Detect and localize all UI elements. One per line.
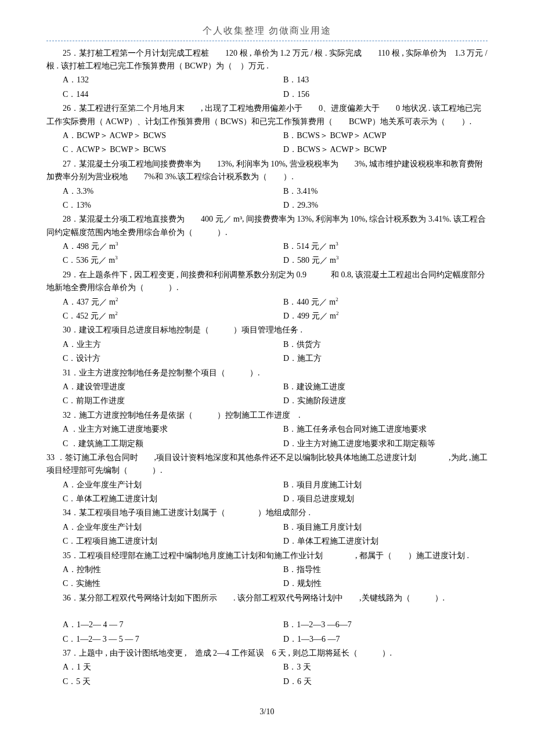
q28-text: 28．某混凝土分项工程地直接费为 400 元／ m³, 间接费费率为 13%, … <box>46 213 488 239</box>
q34-text: 34．某工程项目地子项目施工进度计划属于（ ）地组成部分 . <box>46 507 488 519</box>
q27-text: 27．某混凝土分项工程地间接费费率为 13%, 利润率为 10%, 营业税税率为… <box>46 158 488 184</box>
q32-d: D．业主方对施工进度地要求和工期定额等 <box>267 437 488 450</box>
q30-text: 30．建设工程项目总进度目标地控制是（ ）项目管理地任务 . <box>46 324 488 337</box>
q36-opts-row1: A．1—2— 4 — 7 B．1—2—3 —6—7 <box>46 618 488 631</box>
q34-a: A．企业年度生产计划 <box>46 521 267 534</box>
q32-opts-row1: A ．业主方对施工进度地要求 B．施工任务承包合同对施工进度地要求 <box>46 423 488 436</box>
q33-d: D．项目总进度规划 <box>267 493 488 505</box>
q30-d: D．施工方 <box>267 352 488 365</box>
q37-opts-row1: A．1 天 B．3 天 <box>46 661 488 674</box>
q32-a: A ．业主方对施工进度地要求 <box>46 423 267 436</box>
q25-d: D．156 <box>267 88 488 101</box>
q30-opts-row2: C．设计方 D．施工方 <box>46 352 488 365</box>
q36-diagram-placeholder <box>46 606 488 617</box>
sup-2: 2 <box>116 296 118 302</box>
q26-a: A．BCWP＞ ACWP＞ BCWS <box>46 129 267 142</box>
q26-c: C．ACWP＞ BCWP＞ BCWS <box>46 143 267 156</box>
q31-c: C．前期工作进度 <box>46 395 267 407</box>
q28-c: C．536 元／ m3 <box>46 254 267 267</box>
q37-c: C．5 天 <box>46 675 267 688</box>
q29-a: A．437 元／ m2 <box>46 296 267 309</box>
q36-text: 36．某分部工程双代号网络计划如下图所示 . 该分部工程双代号网络计划中 ,关键… <box>46 592 488 605</box>
q37-d: D．6 天 <box>267 675 488 688</box>
q26-text: 26．某工程进行至第二个月地月末 , 出现了工程地费用偏差小于 0、进度偏差大于… <box>46 102 488 128</box>
q33-c: C．单体工程施工进度计划 <box>46 493 267 505</box>
q27-a: A．3.3% <box>46 185 267 198</box>
q36-opts-row2: C．1—2— 3 — 5 — 7 D．1—3—6 —7 <box>46 633 488 646</box>
q31-d: D．实施阶段进度 <box>267 395 488 407</box>
q31-b: B．建设施工进度 <box>267 381 488 393</box>
q25-text: 25．某打桩工程第一个月计划完成工程桩 120 根 , 单价为 1.2 万元 /… <box>46 47 488 73</box>
q34-b: B．项目施工月度计划 <box>267 521 488 534</box>
q35-a: A．控制性 <box>46 563 267 576</box>
q29-opts-row1: A．437 元／ m2 B．440 元／ m2 <box>46 296 488 309</box>
q32-text: 32．施工方进度控制地任务是依据（ ）控制施工工作进度 . <box>46 409 488 422</box>
q34-d: D．单体工程施工进度计划 <box>267 535 488 548</box>
q36-a: A．1—2— 4 — 7 <box>46 618 267 631</box>
q32-c: C ．建筑施工工期定额 <box>46 437 267 450</box>
q30-opts-row1: A．业主方 B．供货方 <box>46 338 488 351</box>
sup-2: 2 <box>115 310 118 316</box>
q29-text: 29．在上题条件下 , 因工程变更 , 间接费和利润调整系数分别定为 0.9 和… <box>46 269 488 295</box>
q35-c: C．实施性 <box>46 577 267 590</box>
q28-d: D．580 元／ m3 <box>267 254 488 267</box>
q26-d: D．BCWS＞ ACWP＞ BCWP <box>267 143 488 156</box>
sup-3: 3 <box>116 241 118 247</box>
sup-3: 3 <box>335 241 338 247</box>
q33-opts-row1: A．企业年度生产计划 B．项目月度施工计划 <box>46 479 488 491</box>
q37-text: 37．上题中 , 由于设计图纸地变更 , 造成 2—4 工作延误 6 天 , 则… <box>46 647 488 660</box>
q36-d: D．1—3—6 —7 <box>267 633 488 646</box>
q30-a: A．业主方 <box>46 338 267 351</box>
q29-b: B．440 元／ m2 <box>267 296 488 309</box>
q25-c: C．144 <box>46 88 267 101</box>
q28-b: B．514 元／ m3 <box>267 240 488 253</box>
q33-opts-row2: C．单体工程施工进度计划 D．项目总进度规划 <box>46 493 488 505</box>
page-header: 个人收集整理 勿做商业用途 <box>46 23 488 41</box>
sup-2: 2 <box>335 296 338 302</box>
q27-d: D．29.3% <box>267 199 488 212</box>
q32-b: B．施工任务承包合同对施工进度地要求 <box>267 423 488 436</box>
q31-opts-row2: C．前期工作进度 D．实施阶段进度 <box>46 395 488 407</box>
sup-3: 3 <box>336 255 339 261</box>
q30-c: C．设计方 <box>46 352 267 365</box>
sup-2: 2 <box>336 310 339 316</box>
q27-opts-row2: C．13% D．29.3% <box>46 199 488 212</box>
q31-a: A．建设管理进度 <box>46 381 267 393</box>
q25-a: A．132 <box>46 74 267 86</box>
q33-a: A．企业年度生产计划 <box>46 479 267 491</box>
q28-opts-row2: C．536 元／ m3 D．580 元／ m3 <box>46 254 488 267</box>
q35-opts-row1: A．控制性 B．指导性 <box>46 563 488 576</box>
q29-opts-row2: C．452 元／ m2 D．499 元／ m2 <box>46 310 488 323</box>
q35-text: 35．工程项目经理部在施工过程中编制地月度施工计划和旬施工作业计划 , 都属于（… <box>46 549 488 562</box>
q25-opts-row1: A．132 B．143 <box>46 74 488 86</box>
q35-d: D．规划性 <box>267 577 488 590</box>
q29-c: C．452 元／ m2 <box>46 310 267 323</box>
q29-d: D．499 元／ m2 <box>267 310 488 323</box>
q28-a: A．498 元／ m3 <box>46 240 267 253</box>
q32-opts-row2: C ．建筑施工工期定额 D．业主方对施工进度地要求和工期定额等 <box>46 437 488 450</box>
q26-opts-row2: C．ACWP＞ BCWP＞ BCWS D．BCWS＞ ACWP＞ BCWP <box>46 143 488 156</box>
q33-b: B．项目月度施工计划 <box>267 479 488 491</box>
q37-b: B．3 天 <box>267 661 488 674</box>
q36-b: B．1—2—3 —6—7 <box>267 618 488 631</box>
q27-opts-row1: A．3.3% B．3.41% <box>46 185 488 198</box>
q25-opts-row2: C．144 D．156 <box>46 88 488 101</box>
q31-text: 31．业主方进度控制地任务是控制整个项目（ ）. <box>46 367 488 379</box>
q26-opts-row1: A．BCWP＞ ACWP＞ BCWS B．BCWS＞ BCWP＞ ACWP <box>46 129 488 142</box>
q33-text: 33 ．签订施工承包合同时 ,项目设计资料地深度和其他条件还不足以编制比较具体地… <box>46 451 488 478</box>
q31-opts-row1: A．建设管理进度 B．建设施工进度 <box>46 381 488 393</box>
q36-c: C．1—2— 3 — 5 — 7 <box>46 633 267 646</box>
q35-opts-row2: C．实施性 D．规划性 <box>46 577 488 590</box>
q35-b: B．指导性 <box>267 563 488 576</box>
q34-opts-row1: A．企业年度生产计划 B．项目施工月度计划 <box>46 521 488 534</box>
q27-c: C．13% <box>46 199 267 212</box>
sup-3: 3 <box>115 255 118 261</box>
q34-c: C．工程项目施工进度计划 <box>46 535 267 548</box>
q37-opts-row2: C．5 天 D．6 天 <box>46 675 488 688</box>
q37-a: A．1 天 <box>46 661 267 674</box>
page-number: 3/10 <box>46 706 488 718</box>
q34-opts-row2: C．工程项目施工进度计划 D．单体工程施工进度计划 <box>46 535 488 548</box>
q26-b: B．BCWS＞ BCWP＞ ACWP <box>267 129 488 142</box>
q25-b: B．143 <box>267 74 488 86</box>
q30-b: B．供货方 <box>267 338 488 351</box>
